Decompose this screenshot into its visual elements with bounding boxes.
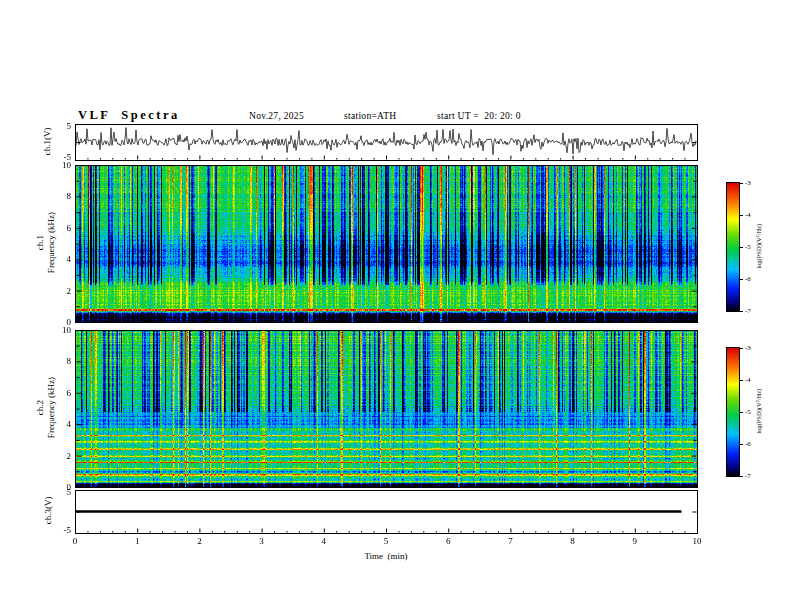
- colorbar-tick-label: -4: [745, 211, 751, 219]
- ch1-spectrogram-canvas: [75, 165, 697, 322]
- ch1-channel-label: ch.1: [35, 183, 46, 303]
- figure-title: VLF Spectra: [78, 108, 180, 123]
- colorbar1-label: log(PSD)(V²/Hz): [754, 196, 765, 296]
- date-label: Nov.27, 2025: [249, 111, 304, 121]
- colorbar-tick-label: -7: [745, 472, 751, 480]
- x-tick-label: 5: [376, 536, 396, 546]
- x-tick-label: 9: [625, 536, 645, 546]
- colorbar1-gradient: [727, 183, 739, 311]
- freq-tick-label: 4: [49, 254, 71, 264]
- vlf-spectra-figure: VLF Spectra Nov.27, 2025 station=ATH sta…: [0, 0, 792, 612]
- x-tick-label: 10: [687, 536, 707, 546]
- start-ut-label: start UT = 20: 20: 0: [437, 111, 521, 121]
- colorbar-tick-label: -7: [745, 307, 751, 315]
- x-tick-label: 7: [500, 536, 520, 546]
- volt-tick-label: 5: [49, 487, 71, 497]
- colorbar-tick-label: -3: [745, 344, 751, 352]
- freq-tick-label: 8: [49, 191, 71, 201]
- x-tick-label: 3: [252, 536, 272, 546]
- colorbar2-label: log(PSD)(V²/Hz): [754, 361, 765, 461]
- ch2-spectrogram-canvas: [75, 330, 697, 487]
- x-tick-label: 2: [189, 536, 209, 546]
- freq-tick-label: 2: [49, 451, 71, 461]
- colorbar-tick-label: -5: [745, 408, 751, 416]
- ch2-channel-label: ch.2: [35, 348, 46, 468]
- volt-tick-label: 5: [49, 121, 71, 131]
- x-tick-label: 1: [127, 536, 147, 546]
- freq-tick-label: 6: [49, 223, 71, 233]
- x-tick-label: 8: [563, 536, 583, 546]
- time-axis-label: Time (min): [336, 551, 436, 561]
- colorbar-tick-label: -5: [745, 243, 751, 251]
- colorbar-tick-label: -6: [745, 440, 751, 448]
- x-tick-label: 6: [438, 536, 458, 546]
- ch1-waveform-canvas: [75, 124, 697, 160]
- volt-tick-label: -5: [49, 152, 71, 162]
- freq-tick-label: 6: [49, 388, 71, 398]
- freq-tick-label: 2: [49, 286, 71, 296]
- freq-tick-label: 4: [49, 419, 71, 429]
- freq-tick-label: 10: [49, 325, 71, 335]
- ch3-waveform-canvas: [75, 490, 697, 533]
- freq-tick-label: 8: [49, 356, 71, 366]
- colorbar2-gradient: [727, 348, 739, 476]
- x-tick-label: 0: [65, 536, 85, 546]
- colorbar-tick-label: -6: [745, 275, 751, 283]
- station-label: station=ATH: [344, 111, 396, 121]
- colorbar-tick-label: -3: [745, 179, 751, 187]
- colorbar-tick-label: -4: [745, 376, 751, 384]
- volt-tick-label: -5: [49, 525, 71, 535]
- x-tick-label: 4: [314, 536, 334, 546]
